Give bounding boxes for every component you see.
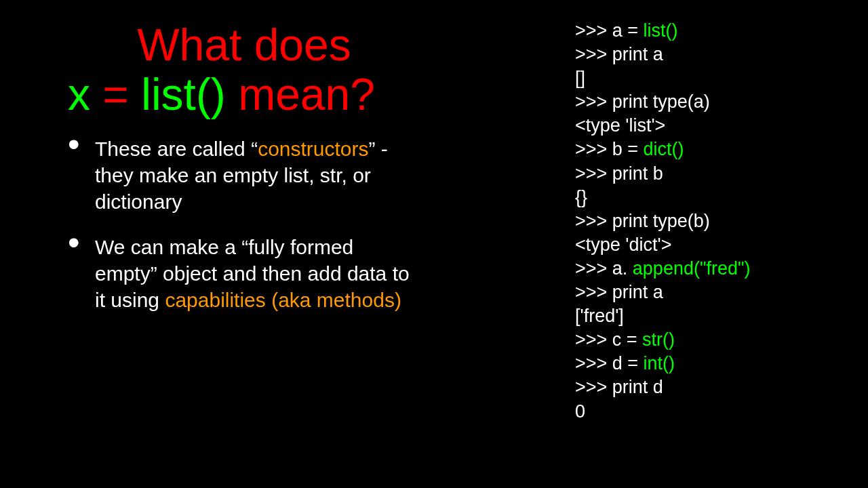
code-line: 0	[575, 400, 846, 424]
code-line: >>> c = str()	[575, 328, 846, 352]
left-column: What does x = list() mean? • These are c…	[68, 20, 420, 332]
bullet-list: • These are called “constructors” - they…	[68, 136, 420, 313]
bullet-dot-icon: •	[68, 136, 95, 215]
slide-title: What does x = list() mean?	[68, 20, 420, 119]
code-seg: >>> print b	[575, 163, 663, 184]
bullet-text: We can make a “fully formed empty” objec…	[95, 234, 420, 313]
code-seg: <type 'list'>	[575, 115, 665, 136]
code-line: []	[575, 66, 846, 90]
code-seg: <type 'dict'>	[575, 235, 671, 255]
code-line: >>> a = list()	[575, 19, 846, 43]
code-line: >>> d = int()	[575, 352, 846, 375]
code-line: >>> print type(b)	[575, 209, 846, 233]
code-seg: >>> print type(b)	[575, 211, 710, 231]
title-mean: mean?	[226, 69, 375, 119]
code-block: >>> a = list() >>> print a [] >>> print …	[575, 19, 846, 424]
code-line: <type 'list'>	[575, 114, 846, 138]
code-line: >>> b = dict()	[575, 138, 846, 161]
code-line: ['fred']	[575, 304, 846, 328]
title-line1: What does	[137, 20, 351, 70]
code-seg: 0	[575, 401, 585, 422]
bullet-dot-icon: •	[68, 234, 95, 313]
code-seg: >>> a.	[575, 258, 633, 279]
code-line: >>> print a	[575, 43, 846, 66]
code-line: >>> a. append("fred")	[575, 257, 846, 281]
code-seg: []	[575, 68, 585, 88]
bullet-item: • We can make a “fully formed empty” obj…	[68, 234, 420, 313]
code-seg: >>> print a	[575, 44, 663, 64]
code-seg-green: list()	[644, 20, 678, 41]
bullet-item: • These are called “constructors” - they…	[68, 136, 420, 215]
slide: What does x = list() mean? • These are c…	[0, 0, 868, 488]
code-line: >>> print b	[575, 162, 846, 186]
code-seg-green: append("fred")	[633, 258, 751, 279]
code-seg: >>> print type(a)	[575, 92, 710, 112]
bullet-highlight: capabilities (aka methods)	[165, 289, 401, 311]
code-seg: >>> print d	[575, 377, 663, 397]
code-seg: >>> a =	[575, 20, 644, 41]
code-seg: {}	[575, 187, 587, 207]
code-line: >>> print type(a)	[575, 90, 846, 114]
code-seg: >>> d =	[575, 353, 644, 373]
bullet-highlight: constructors	[258, 138, 368, 160]
code-line: >>> print a	[575, 281, 846, 304]
code-seg: >>> b =	[575, 139, 644, 159]
code-seg-green: str()	[642, 329, 675, 350]
code-seg: >>> c =	[575, 329, 642, 350]
code-seg-green: int()	[644, 353, 675, 373]
code-line: <type 'dict'>	[575, 233, 846, 257]
bullet-pre: These are called “	[95, 138, 258, 160]
title-list: list()	[141, 69, 226, 119]
code-seg-green: dict()	[644, 139, 684, 159]
code-seg: ['fred']	[575, 306, 624, 326]
bullet-text: These are called “constructors” - they m…	[95, 136, 420, 215]
title-eq: =	[90, 69, 141, 119]
code-line: >>> print d	[575, 375, 846, 399]
code-line: {}	[575, 186, 846, 209]
code-seg: >>> print a	[575, 282, 663, 302]
title-x: x	[68, 69, 90, 119]
